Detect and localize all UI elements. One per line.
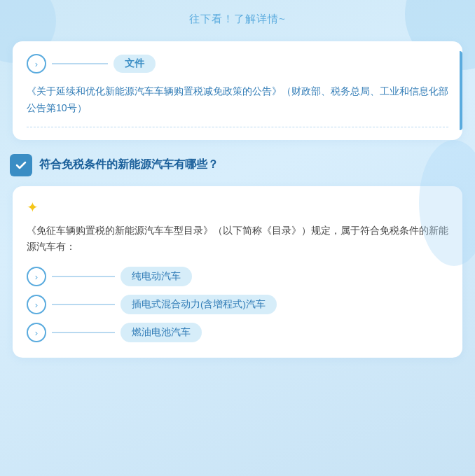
list-card: ✦ 《免征车辆购置税的新能源汽车车型目录》（以下简称《目录》）规定，属于符合免税… <box>13 186 462 358</box>
list-item-arrow-icon: › <box>27 295 46 314</box>
list-item-label[interactable]: 插电式混合动力(含增程式)汽车 <box>121 295 277 314</box>
line-connector <box>52 63 108 64</box>
page-wrapper: 往下看！了解详情~ › 文件 《关于延续和优化新能源汽车车辆购置税减免政策的公告… <box>0 0 475 476</box>
list-items-container: ›纯电动汽车›插电式混合动力(含增程式)汽车›燃油电池汽车 <box>27 267 448 342</box>
arrow-symbol: › <box>35 59 38 69</box>
doc-tag-row: › 文件 <box>27 54 448 74</box>
section-heading-wrap: 符合免税条件的新能源汽车有哪些？ <box>10 154 462 176</box>
header-text: 往下看！了解详情~ <box>0 0 475 36</box>
list-item-arrow-icon: › <box>27 267 46 286</box>
list-item-line <box>52 276 115 277</box>
section-heading-text: 符合免税条件的新能源汽车有哪些？ <box>39 158 219 172</box>
list-item-arrow-icon: › <box>27 323 46 342</box>
list-description: 《免征车辆购置税的新能源汽车车型目录》（以下简称《目录》）规定，属于符合免税条件… <box>27 223 448 256</box>
list-item-line <box>52 304 115 305</box>
file-tag-badge: 文件 <box>113 55 156 73</box>
spark-icon: ✦ <box>27 199 448 216</box>
list-item: ›燃油电池汽车 <box>27 323 448 342</box>
list-item: ›插电式混合动力(含增程式)汽车 <box>27 295 448 314</box>
doc-divider <box>27 127 448 127</box>
list-item-line <box>52 332 115 333</box>
doc-title[interactable]: 《关于延续和优化新能源汽车车辆购置税减免政策的公告》（财政部、税务总局、工业和信… <box>27 83 448 117</box>
list-item: ›纯电动汽车 <box>27 267 448 286</box>
list-item-label[interactable]: 纯电动汽车 <box>121 267 192 286</box>
check-icon-box <box>10 154 32 176</box>
list-item-label[interactable]: 燃油电池汽车 <box>121 323 202 342</box>
check-icon <box>15 159 27 172</box>
document-card: › 文件 《关于延续和优化新能源汽车车辆购置税减免政策的公告》（财政部、税务总局… <box>13 41 462 140</box>
circle-arrow-icon: › <box>27 54 46 74</box>
